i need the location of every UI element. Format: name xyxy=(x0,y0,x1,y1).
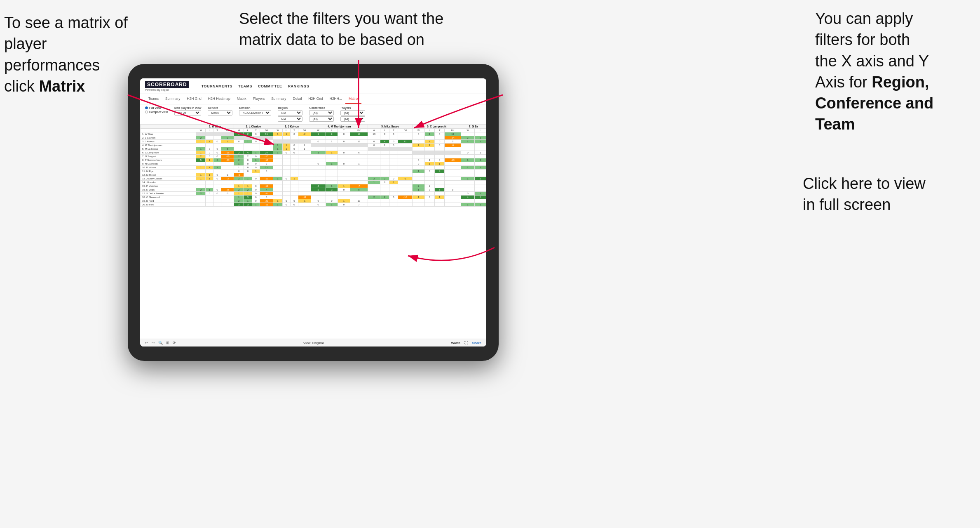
cell-r12-c13 xyxy=(326,177,338,181)
cell-r19-c25: 1 xyxy=(475,203,486,207)
cell-r8-c20: 0 xyxy=(413,162,424,166)
nav-teams[interactable]: TEAMS xyxy=(238,84,252,88)
cell-r15-c21: 0 xyxy=(424,188,434,192)
cell-r12-c17: 2 xyxy=(380,177,389,181)
tab-h2h-grid2[interactable]: H2H Grid xyxy=(305,94,326,104)
zoom-icon[interactable]: 🔍 xyxy=(158,341,163,345)
cell-r12-c10: 1 xyxy=(290,177,298,181)
nav-tournaments[interactable]: TOURNAMENTS xyxy=(202,84,232,88)
cell-r11-c19 xyxy=(398,173,413,177)
cell-r1-c1 xyxy=(206,136,213,140)
cell-r17-c5: 3 xyxy=(244,196,252,199)
redo-icon[interactable]: ↪ xyxy=(152,341,155,345)
radio-full-view[interactable]: Full View xyxy=(145,106,168,109)
cell-r3-c19 xyxy=(398,144,413,147)
tab-h2h-heatmap[interactable]: H2H Heatmap xyxy=(205,94,234,104)
tab-h2h-grid[interactable]: H2H Grid xyxy=(183,94,204,104)
filter-players-select1[interactable]: (All) xyxy=(340,110,365,116)
cell-r14-c4: 1 xyxy=(234,184,244,188)
cell-r12-c22 xyxy=(435,177,445,181)
cell-r14-c1 xyxy=(206,184,213,188)
col-header-2: 2. L Clanton xyxy=(234,125,273,129)
screen-icon[interactable]: ⛶ xyxy=(464,341,468,345)
cell-r2-c0: 1 xyxy=(196,140,206,144)
cell-r1-c0: 2 xyxy=(196,136,206,140)
cell-r19-c1 xyxy=(206,203,213,207)
cell-r3-c17: 1 xyxy=(380,144,389,147)
tab-summary[interactable]: Summary xyxy=(162,94,183,104)
tabs-row: Teams Summary H2H Grid H2H Heatmap Matri… xyxy=(140,94,486,104)
matrix-container[interactable]: 1. W Ding 2. L Clanton 3. J Koivun 4. M … xyxy=(140,124,486,339)
tab-matrix[interactable]: Matrix xyxy=(234,94,250,104)
cell-r8-c19 xyxy=(398,162,413,166)
cell-r15-c20: 1 xyxy=(413,188,424,192)
row-header-19: 20. M Ford xyxy=(141,203,196,207)
share-button[interactable]: Share xyxy=(472,341,481,345)
cell-r5-c5: 4 xyxy=(244,151,252,155)
cell-r19-c2 xyxy=(213,203,221,207)
cell-r2-c1: 1 xyxy=(206,140,213,144)
nav-rankings[interactable]: RANKINGS xyxy=(288,84,309,88)
cell-r0-c19 xyxy=(398,132,413,136)
filter-division-select[interactable]: NCAA Division I xyxy=(239,110,271,116)
cell-r6-c4: 2 xyxy=(234,155,244,158)
cell-r18-c3 xyxy=(221,199,234,203)
cell-r2-c13: 1 xyxy=(326,140,338,144)
filter-gender-select[interactable]: Men's xyxy=(208,110,232,116)
filter-players-select2[interactable]: (All) xyxy=(340,116,365,122)
cell-r19-c21 xyxy=(424,203,434,207)
cell-r18-c11: -1 xyxy=(298,199,311,203)
cell-r17-c20: 1 xyxy=(413,196,424,199)
watch-label[interactable]: Watch xyxy=(451,341,460,345)
tab-summary2[interactable]: Summary xyxy=(268,94,289,104)
cell-r18-c6: 0 xyxy=(252,199,260,203)
tab-detail[interactable]: Detail xyxy=(290,94,305,104)
radio-compact-view[interactable]: Compact View xyxy=(145,111,168,113)
cell-r15-c11 xyxy=(298,188,311,192)
cell-r14-c20: 2 xyxy=(413,184,424,188)
cell-r14-c13: 1 xyxy=(326,184,338,188)
cell-r4-c23 xyxy=(445,147,461,151)
tab-players[interactable]: Players xyxy=(250,94,268,104)
row-header-1: 2. L Clanton xyxy=(141,136,196,140)
cell-r13-c9 xyxy=(283,181,291,184)
cell-r9-c0: 1 xyxy=(196,166,206,170)
filter-conference-select2[interactable]: (All) xyxy=(309,116,334,122)
filter-region-select1[interactable]: N/A xyxy=(278,110,302,116)
tab-matrix-active[interactable]: Matrix xyxy=(345,94,361,104)
cell-r12-c4: 2 xyxy=(234,177,244,181)
row-header-14: 15. P Maichon xyxy=(141,184,196,188)
cell-r15-c1: 1 xyxy=(206,188,213,192)
cell-r16-c16 xyxy=(368,192,380,196)
cell-r13-c0 xyxy=(196,181,206,184)
cell-r3-c23: -6 xyxy=(445,144,461,147)
cell-r16-c23 xyxy=(445,192,461,196)
nav-committee[interactable]: COMMITTEE xyxy=(258,84,282,88)
tab-teams[interactable]: Teams xyxy=(145,94,162,104)
cell-r8-c22: 1 xyxy=(435,162,445,166)
cell-r15-c15: 8 xyxy=(350,188,368,192)
filter-division-label: Division xyxy=(239,106,271,109)
cell-r2-c22: 0 xyxy=(435,140,445,144)
reset-icon[interactable]: ⟳ xyxy=(173,341,176,345)
cell-r8-c4: 1 xyxy=(234,162,244,166)
filter-region-select2[interactable]: N/A xyxy=(278,116,302,122)
cell-r10-c25 xyxy=(475,170,486,173)
cell-r11-c3: 0 xyxy=(221,173,234,177)
filter-conference-select1[interactable]: (All) xyxy=(309,110,334,116)
cell-r7-c21: 1 xyxy=(424,158,434,162)
cell-r13-c15 xyxy=(350,181,368,184)
cell-r0-c24 xyxy=(461,132,475,136)
filter-max-players-select[interactable]: Top 25 xyxy=(174,110,201,116)
cell-r5-c16 xyxy=(368,151,380,155)
grid-icon[interactable]: ⊞ xyxy=(166,341,169,345)
cell-r18-c14: 1 xyxy=(338,199,350,203)
cell-r10-c12 xyxy=(311,170,326,173)
cell-r9-c24: 1 xyxy=(461,166,475,170)
tab-h2hh[interactable]: H2HH... xyxy=(326,94,345,104)
cell-r16-c4: 1 xyxy=(234,192,244,196)
cell-r5-c20 xyxy=(413,151,424,155)
filter-row: Full View Compact View Max players in vi… xyxy=(140,104,486,124)
cell-r15-c19 xyxy=(398,188,413,192)
undo-icon[interactable]: ↩ xyxy=(145,341,148,345)
